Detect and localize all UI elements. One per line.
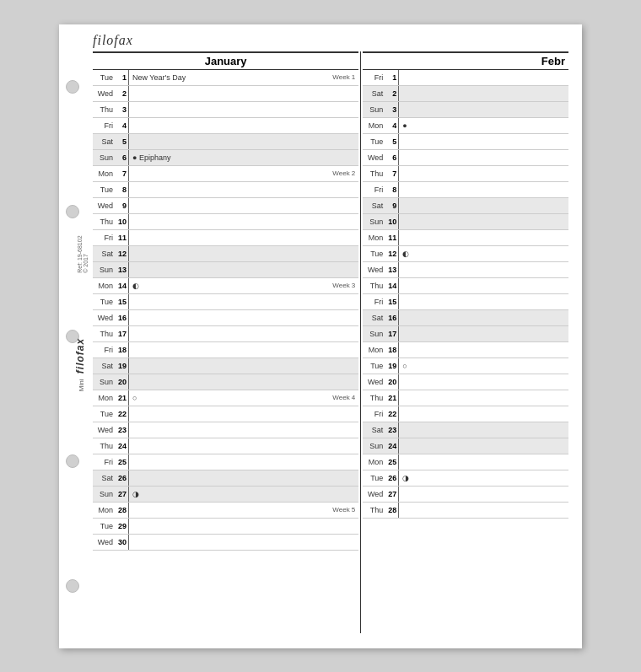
day-number: 6: [385, 153, 398, 162]
day-number: 1: [385, 73, 398, 82]
day-separator: [398, 150, 399, 165]
january-day-row: Mon 14 ◐ Week 3: [93, 278, 358, 294]
january-day-row: Sat 26: [93, 470, 358, 487]
week-label: Week 5: [332, 506, 355, 513]
day-name: Wed: [93, 426, 115, 434]
day-name: Mon: [363, 234, 385, 242]
calendar-page: Ref: 19-68102© 2017 Mini filofax filofax…: [59, 24, 582, 648]
day-number: 26: [385, 474, 398, 482]
day-separator: [398, 390, 399, 406]
january-header: January: [93, 51, 358, 70]
day-number: 29: [115, 522, 128, 530]
moon-icon: ◑: [132, 490, 139, 498]
day-number: 5: [115, 137, 128, 146]
february-day-row: Tue 12 ◐: [363, 246, 568, 262]
day-number: 22: [115, 410, 128, 418]
february-day-row: Mon 18: [363, 342, 568, 358]
day-separator: [398, 134, 399, 149]
day-separator: [398, 102, 399, 117]
day-separator: [128, 86, 129, 101]
day-name: Sat: [93, 137, 115, 146]
day-number: 13: [115, 266, 128, 274]
day-name: Sat: [363, 202, 385, 210]
day-name: Sun: [93, 378, 115, 386]
moon-icon: ◐: [132, 282, 139, 290]
january-panel: January Tue 1 New Year's Day Week 1 Wed …: [93, 51, 361, 633]
day-name: Tue: [363, 250, 385, 258]
day-number: 12: [115, 250, 128, 258]
hole-5: [66, 579, 79, 593]
day-separator: [128, 470, 129, 486]
january-day-row: Wed 9: [93, 198, 358, 214]
day-name: Fri: [93, 234, 115, 242]
day-separator: [128, 182, 129, 197]
february-day-row: Sun 10: [363, 214, 568, 230]
february-panel: Febr Fri 1 Sat 2 Sun 3 Mon 4 ● Tue 5: [361, 51, 568, 633]
january-day-row: Thu 3: [93, 102, 358, 118]
february-day-row: Mon 4 ●: [363, 118, 568, 134]
day-number: 9: [115, 202, 128, 210]
february-day-row: Tue 19 ○: [363, 358, 568, 374]
day-name: Sat: [93, 474, 115, 482]
day-number: 18: [385, 346, 398, 354]
january-day-row: Sun 20: [93, 374, 358, 390]
day-number: 23: [385, 426, 398, 434]
day-number: 30: [115, 538, 128, 546]
day-separator: [398, 214, 399, 229]
day-number: 19: [385, 362, 398, 370]
moon-icon: ●: [132, 153, 137, 162]
day-name: Thu: [363, 506, 385, 514]
day-content: Week 5: [129, 506, 358, 513]
february-day-row: Fri 1: [363, 70, 568, 86]
hole-1: [66, 80, 79, 94]
moon-icon: ○: [132, 394, 137, 402]
week-label: Week 1: [332, 73, 355, 82]
moon-icon: ○: [402, 362, 407, 370]
day-event: ○: [132, 394, 137, 402]
day-separator: [398, 503, 399, 518]
february-day-row: Sat 9: [363, 198, 568, 214]
day-separator: [128, 374, 129, 390]
day-name: Wed: [93, 538, 115, 546]
day-name: Wed: [93, 202, 115, 210]
day-content: ◑: [399, 474, 568, 482]
binding-holes: [66, 24, 79, 648]
day-separator: [398, 454, 399, 470]
day-name: Wed: [93, 89, 115, 98]
day-content: ◐ Week 3: [129, 282, 358, 290]
february-day-row: Wed 20: [363, 374, 568, 390]
january-day-row: Mon 7 Week 2: [93, 166, 358, 182]
day-name: Mon: [363, 346, 385, 354]
day-name: Wed: [363, 266, 385, 274]
day-separator: [398, 342, 399, 358]
january-day-row: Thu 10: [93, 214, 358, 230]
moon-icon: ◐: [402, 250, 409, 258]
day-separator: [398, 294, 399, 309]
day-number: 20: [115, 378, 128, 386]
day-number: 11: [385, 234, 398, 242]
day-name: Sun: [363, 330, 385, 338]
logo: filofax: [93, 33, 568, 48]
day-name: Sun: [363, 105, 385, 114]
january-day-row: Fri 11: [93, 230, 358, 246]
january-day-row: Wed 23: [93, 422, 358, 438]
day-name: Wed: [363, 490, 385, 498]
day-separator: [398, 166, 399, 181]
day-separator: [398, 422, 399, 438]
february-day-row: Tue 26 ◑: [363, 470, 568, 487]
day-name: Wed: [93, 314, 115, 322]
day-name: Thu: [93, 442, 115, 450]
day-content: ○ Week 4: [129, 394, 358, 402]
january-day-row: Tue 1 New Year's Day Week 1: [93, 70, 358, 86]
day-number: 15: [115, 298, 128, 306]
day-separator: [398, 438, 399, 454]
january-day-row: Sat 12: [93, 246, 358, 262]
day-separator: [128, 326, 129, 341]
day-separator: [398, 230, 399, 245]
day-separator: [128, 310, 129, 325]
day-name: Fri: [363, 410, 385, 418]
day-name: Thu: [93, 218, 115, 226]
day-name: Wed: [363, 153, 385, 162]
day-name: Tue: [93, 298, 115, 306]
day-name: Mon: [93, 169, 115, 178]
